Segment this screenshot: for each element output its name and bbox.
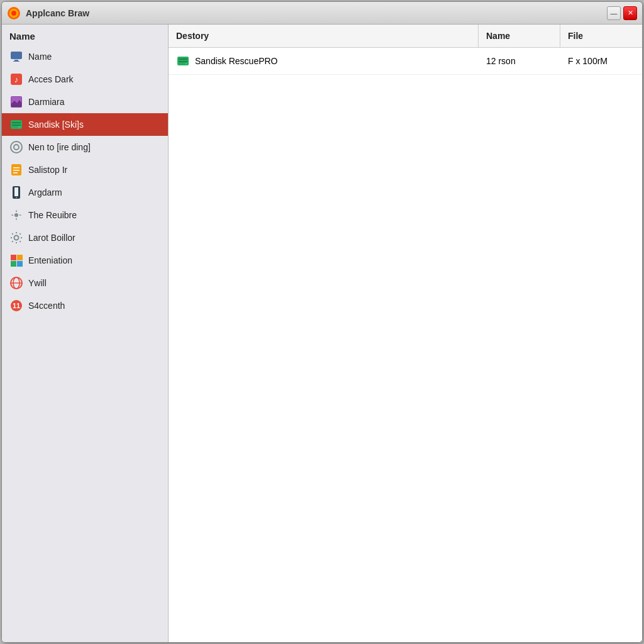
phone-icon	[9, 186, 23, 199]
sidebar-item-argdarm[interactable]: Argdarm	[2, 181, 168, 204]
svg-rect-12	[12, 122, 21, 123]
svg-text:♪: ♪	[14, 75, 19, 84]
content-rows-container: Sandisk RescuePRO12 rsonF x 100rM	[169, 48, 642, 75]
svg-rect-29	[17, 261, 23, 267]
sidebar-item-label: S4ccenth	[28, 301, 160, 311]
svg-rect-20	[13, 172, 18, 174]
svg-rect-22	[14, 187, 18, 196]
note-icon	[9, 163, 23, 177]
settings-icon	[9, 140, 23, 154]
svg-point-14	[19, 126, 21, 128]
close-button[interactable]: ✕	[623, 6, 637, 20]
minimize-button[interactable]: —	[607, 6, 621, 20]
sidebar-header: Name	[2, 25, 168, 45]
badge-icon: 11	[9, 299, 23, 313]
svg-point-25	[14, 236, 19, 240]
col-header-name: Name	[479, 25, 560, 47]
gear-icon	[9, 231, 23, 245]
svg-rect-3	[11, 52, 22, 59]
sidebar-item-label: The Reuibre	[28, 210, 160, 220]
svg-point-23	[16, 197, 17, 198]
content-list: Sandisk RescuePRO12 rsonF x 100rM	[169, 48, 642, 642]
svg-rect-28	[11, 261, 16, 267]
sidebar-item-label: Larot Boillor	[28, 233, 160, 243]
row-destory-text: Sandisk RescuePRO	[195, 56, 278, 66]
content-area: Destory Name File Sandisk RescuePRO12 rs…	[169, 25, 642, 642]
sidebar-item-label: Enteniation	[28, 255, 160, 265]
svg-text:11: 11	[13, 302, 20, 309]
windows-icon	[9, 253, 23, 267]
sidebar-item-label: Argdarm	[28, 187, 160, 197]
col-header-destory: Destory	[169, 25, 479, 47]
svg-rect-37	[179, 61, 187, 62]
app-icon	[7, 6, 21, 20]
svg-rect-36	[179, 58, 187, 60]
image-icon	[9, 95, 23, 109]
sidebar-item-s4ccenth[interactable]: 11S4ccenth	[2, 294, 168, 317]
sidebar-item-the-reuibre[interactable]: The Reuibre	[2, 204, 168, 226]
sidebar-item-nen-to[interactable]: Nen to [ire ding]	[2, 136, 168, 158]
svg-rect-27	[17, 255, 23, 260]
title-bar: Applcanc Braw — ✕	[2, 2, 642, 25]
sidebar-item-salistop[interactable]: Salistop Ir	[2, 158, 168, 181]
storage-icon	[9, 118, 23, 131]
svg-rect-26	[11, 255, 16, 260]
sidebar-item-label: Acces Dark	[28, 74, 160, 84]
row-destory: Sandisk RescuePRO	[169, 48, 479, 74]
sidebar-item-label: Salistop Ir	[28, 165, 160, 175]
table-row[interactable]: Sandisk RescuePRO12 rsonF x 100rM	[169, 48, 642, 75]
monitor-icon	[9, 50, 23, 64]
sidebar-item-sandisk-skis[interactable]: Sandisk [Ski]s	[2, 113, 168, 136]
svg-rect-19	[13, 170, 19, 171]
svg-point-38	[186, 63, 187, 65]
music-icon: ♪	[9, 72, 23, 86]
window-body: Name Name♪Acces DarkDarmiaraSandisk [Ski…	[2, 25, 642, 642]
sidebar-item-label: Darmiara	[28, 97, 160, 107]
sidebar-item-label: Sandisk [Ski]s	[28, 119, 160, 130]
sidebar-item-label: Name	[28, 52, 160, 62]
svg-point-16	[14, 145, 19, 150]
sidebar-item-ywill[interactable]: Ywill	[2, 272, 168, 294]
sidebar-item-enteniation[interactable]: Enteniation	[2, 249, 168, 272]
sidebar-item-label: Nen to [ire ding]	[28, 142, 160, 152]
settings2-icon	[9, 208, 23, 222]
row-icon	[176, 54, 190, 68]
sidebar: Name Name♪Acces DarkDarmiaraSandisk [Ski…	[2, 25, 169, 642]
column-headers: Destory Name File	[169, 25, 642, 48]
sidebar-item-larot-boillor[interactable]: Larot Boillor	[2, 226, 168, 249]
sidebar-item-name-header[interactable]: Name	[2, 45, 168, 68]
row-name: 12 rson	[479, 50, 560, 72]
main-window: Applcanc Braw — ✕ Name Name♪Acces DarkDa…	[1, 1, 643, 643]
svg-point-2	[11, 11, 16, 16]
svg-rect-5	[13, 61, 19, 62]
svg-rect-13	[12, 125, 21, 126]
col-header-file: File	[560, 25, 642, 47]
sidebar-item-label: Ywill	[28, 278, 160, 288]
window-controls: — ✕	[607, 6, 637, 20]
row-file: F x 100rM	[560, 50, 642, 72]
window-title: Applcanc Braw	[26, 8, 607, 18]
sidebar-items-container: Name♪Acces DarkDarmiaraSandisk [Ski]sNen…	[2, 45, 168, 317]
svg-rect-4	[14, 60, 18, 61]
svg-rect-18	[13, 167, 19, 169]
svg-point-15	[11, 142, 22, 153]
sidebar-item-darmiara[interactable]: Darmiara	[2, 91, 168, 113]
sidebar-item-acces-dark[interactable]: ♪Acces Dark	[2, 68, 168, 91]
svg-point-24	[14, 213, 18, 217]
globe-icon	[9, 276, 23, 290]
